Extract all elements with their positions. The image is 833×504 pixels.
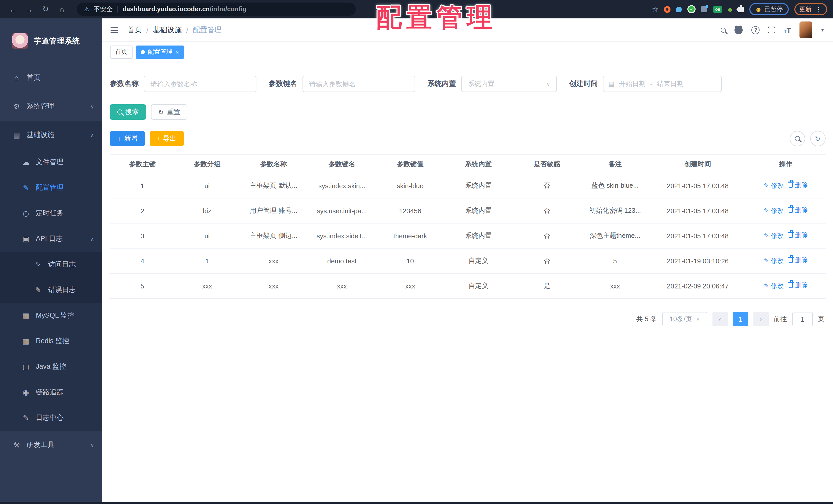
sidebar-item-config-management[interactable]: ✎ 配置管理 bbox=[0, 175, 102, 200]
breadcrumb-separator: / bbox=[186, 26, 188, 34]
sidebar-item-file-management[interactable]: ☁ 文件管理 bbox=[0, 149, 102, 175]
chevron-down-icon: ∨ bbox=[546, 81, 550, 87]
search-icon[interactable] bbox=[721, 27, 726, 32]
prev-page-button[interactable]: ‹ bbox=[712, 312, 728, 326]
param-key-input[interactable] bbox=[303, 76, 415, 92]
sidebar-item-log-center[interactable]: ✎ 日志中心 bbox=[0, 405, 102, 431]
tab-home[interactable]: 首页 bbox=[110, 45, 133, 58]
sidebar-item-scheduled-tasks[interactable]: ◷ 定时任务 bbox=[0, 200, 102, 226]
page-size-select[interactable]: 10条/页 ∨ bbox=[662, 312, 707, 326]
sidebar-infra-group: ▤ 基础设施 ∧ ☁ 文件管理 ✎ 配置管理 ◷ 定时任务 ▣ bbox=[0, 121, 102, 431]
bookmark-star-icon[interactable]: ☆ bbox=[652, 5, 658, 13]
search-button[interactable]: 搜索 bbox=[110, 104, 146, 120]
sidebar-item-infrastructure[interactable]: ▤ 基础设施 ∧ bbox=[0, 121, 102, 149]
tab-config-management[interactable]: 配置管理 × bbox=[136, 45, 184, 58]
goto-page-input[interactable] bbox=[792, 312, 812, 326]
sidebar-item-dev-tools[interactable]: ⚒ 研发工具 ∨ bbox=[0, 431, 102, 459]
extension-plant-icon[interactable]: ♣ bbox=[728, 5, 733, 13]
edit-link[interactable]: ✎修改 bbox=[764, 232, 784, 241]
infra-icon: ▤ bbox=[12, 131, 21, 139]
current-page-button[interactable]: 1 bbox=[733, 312, 748, 326]
add-button[interactable]: + 新增 bbox=[110, 131, 145, 146]
breadcrumb-infrastructure[interactable]: 基础设施 bbox=[153, 25, 182, 34]
create-time-range-picker[interactable]: ▦ 开始日期 - 结束日期 bbox=[603, 76, 722, 92]
sidebar-item-java-monitor[interactable]: ▢ Java 监控 bbox=[0, 354, 102, 379]
chevron-up-icon: ∧ bbox=[90, 132, 94, 138]
extension-pin-icon[interactable] bbox=[676, 6, 682, 12]
caret-down-icon[interactable]: ▾ bbox=[821, 27, 824, 33]
browser-back-button[interactable]: ← bbox=[6, 3, 20, 16]
sidebar-item-label: Java 监控 bbox=[36, 362, 66, 371]
trash-icon bbox=[789, 283, 793, 288]
sidebar-item-label: 定时任务 bbox=[36, 209, 64, 218]
browser-forward-button[interactable]: → bbox=[23, 3, 36, 16]
sidebar: 芋道管理系统 ⌂ 首页 ⚙ 系统管理 ∨ ▤ 基础设施 ∧ ☁ 文件管理 bbox=[0, 19, 102, 504]
app-logo bbox=[12, 33, 28, 49]
close-icon[interactable]: × bbox=[175, 49, 179, 55]
table-icon: ▦ bbox=[22, 311, 30, 320]
paused-profile-chip[interactable]: ☻ 已暂停 bbox=[749, 3, 788, 15]
search-buttons-row: 搜索 ↻ 重置 bbox=[110, 104, 825, 120]
extensions-puzzle-icon[interactable] bbox=[738, 6, 744, 12]
reset-button[interactable]: ↻ 重置 bbox=[151, 104, 187, 120]
param-name-input[interactable] bbox=[144, 76, 257, 92]
delete-link[interactable]: 删除 bbox=[789, 206, 808, 215]
export-button[interactable]: ↓ 导出 bbox=[150, 131, 184, 146]
toolbar-row: + 新增 ↓ 导出 ↻ bbox=[110, 131, 825, 146]
sidebar-item-system[interactable]: ⚙ 系统管理 ∨ bbox=[0, 92, 102, 121]
font-size-icon[interactable]: TT bbox=[784, 26, 791, 34]
extension-cube-icon[interactable] bbox=[701, 6, 708, 12]
extension-on-badge[interactable]: on bbox=[713, 6, 722, 12]
next-page-button[interactable]: › bbox=[753, 312, 768, 326]
sidebar-item-mysql-monitor[interactable]: ▦ MySQL 监控 bbox=[0, 303, 102, 328]
help-icon[interactable]: ? bbox=[752, 26, 760, 34]
update-browser-button[interactable]: 更新 ⋮ bbox=[794, 3, 827, 15]
sidebar-item-error-logs[interactable]: ✎ 错误日志 bbox=[0, 277, 102, 303]
cell: 1 bbox=[175, 248, 240, 273]
delete-link[interactable]: 删除 bbox=[789, 281, 808, 290]
layers-icon: ▥ bbox=[22, 337, 30, 345]
cell: theme-dark bbox=[376, 223, 444, 248]
breadcrumb-home[interactable]: 首页 bbox=[127, 25, 142, 34]
fullscreen-icon[interactable] bbox=[768, 27, 775, 33]
update-label: 更新 bbox=[799, 5, 811, 14]
end-date-placeholder: 结束日期 bbox=[657, 79, 684, 89]
delete-link[interactable]: 删除 bbox=[789, 231, 808, 240]
builtin-select[interactable]: 系统内置 ∨ bbox=[461, 76, 557, 92]
extensions-row: ☆ ✓ on ♣ ☻ 已暂停 更新 ⋮ bbox=[652, 3, 827, 15]
security-label[interactable]: 不安全 bbox=[94, 5, 113, 14]
address-bar[interactable]: ⚠ 不安全 | dashboard.yudao.iocoder.cn/infra… bbox=[77, 3, 356, 16]
sidebar-item-home[interactable]: ⌂ 首页 bbox=[0, 64, 102, 92]
browser-menu-icon[interactable]: ⋮ bbox=[815, 5, 822, 13]
sidebar-item-redis-monitor[interactable]: ▥ Redis 监控 bbox=[0, 328, 102, 354]
refresh-table-button[interactable]: ↻ bbox=[810, 131, 825, 146]
toggle-search-button[interactable] bbox=[789, 131, 805, 146]
edit-link[interactable]: ✎修改 bbox=[764, 207, 784, 215]
start-date-placeholder: 开始日期 bbox=[619, 79, 646, 89]
delete-link[interactable]: 删除 bbox=[789, 181, 808, 190]
cell: 用户管理-账号... bbox=[240, 198, 308, 223]
cell-actions: ✎修改删除 bbox=[746, 173, 825, 198]
col-header: 参数分组 bbox=[175, 155, 240, 173]
avatar[interactable] bbox=[800, 22, 812, 39]
sidebar-item-label: 系统管理 bbox=[27, 102, 54, 111]
pen-icon: ✎ bbox=[764, 207, 769, 215]
app-logo-row[interactable]: 芋道管理系统 bbox=[0, 19, 102, 64]
sidebar-item-access-logs[interactable]: ✎ 访问日志 bbox=[0, 252, 102, 277]
collapse-sidebar-icon[interactable] bbox=[111, 27, 118, 28]
edit-link[interactable]: ✎修改 bbox=[764, 257, 784, 266]
github-icon[interactable] bbox=[735, 26, 743, 34]
edit-link[interactable]: ✎修改 bbox=[764, 282, 784, 291]
browser-reload-button[interactable]: ↻ bbox=[39, 3, 52, 16]
sidebar-item-label: 访问日志 bbox=[48, 260, 76, 269]
browser-home-button[interactable]: ⌂ bbox=[55, 3, 69, 16]
extension-donut-icon[interactable] bbox=[664, 6, 671, 12]
cell: 2021-01-19 03:10:26 bbox=[649, 248, 746, 273]
delete-link[interactable]: 删除 bbox=[789, 256, 808, 265]
edit-link[interactable]: ✎修改 bbox=[764, 181, 784, 190]
extension-check-icon[interactable]: ✓ bbox=[688, 5, 696, 13]
sidebar-item-label: 文件管理 bbox=[36, 157, 64, 167]
sidebar-item-api-logs[interactable]: ▣ API 日志 ∧ bbox=[0, 226, 102, 252]
sidebar-item-trace[interactable]: ◉ 链路追踪 bbox=[0, 379, 102, 405]
breadcrumb: 首页 / 基础设施 / 配置管理 bbox=[127, 25, 222, 34]
